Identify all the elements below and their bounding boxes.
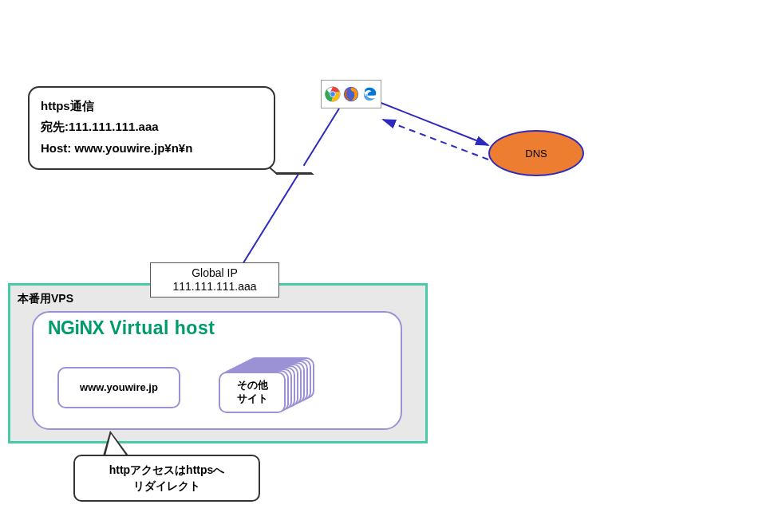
edge-icon	[361, 86, 377, 102]
svg-point-5	[330, 92, 335, 97]
browsers-box	[321, 80, 381, 108]
site-other-label: その他 サイト	[237, 379, 268, 406]
redirect-callout: httpアクセスはhttpsへ リダイレクト	[73, 455, 260, 502]
global-ip-box: Global IP 111.111.111.aaa	[150, 262, 279, 298]
svg-line-1	[383, 120, 488, 160]
callout-line: Host: www.youwire.jp¥n¥n	[41, 138, 263, 159]
nginx-logo-text: NGiNX	[48, 317, 104, 338]
dns-node: DNS	[488, 130, 584, 176]
callout-line: https通信	[41, 96, 263, 116]
global-ip-label: Global IP	[192, 266, 238, 281]
site-youwire: www.youwire.jp	[57, 367, 180, 408]
callout-line: 宛先:111.111.111.aaa	[41, 116, 263, 137]
dns-label: DNS	[525, 148, 547, 160]
redirect-text: httpアクセスはhttpsへ リダイレクト	[109, 463, 225, 494]
site-other: その他 サイト	[219, 372, 286, 413]
chrome-icon	[325, 86, 341, 102]
global-ip-value: 111.111.111.aaa	[172, 280, 256, 294]
svg-line-0	[379, 102, 488, 145]
nginx-title: NGiNX Virtual host	[48, 317, 215, 339]
virtual-host-text: Virtual host	[109, 317, 215, 338]
site-label: www.youwire.jp	[80, 381, 158, 395]
https-request-callout: https通信 宛先:111.111.111.aaa Host: www.you…	[28, 86, 275, 170]
vps-label: 本番用VPS	[18, 292, 73, 306]
firefox-icon	[343, 86, 359, 102]
